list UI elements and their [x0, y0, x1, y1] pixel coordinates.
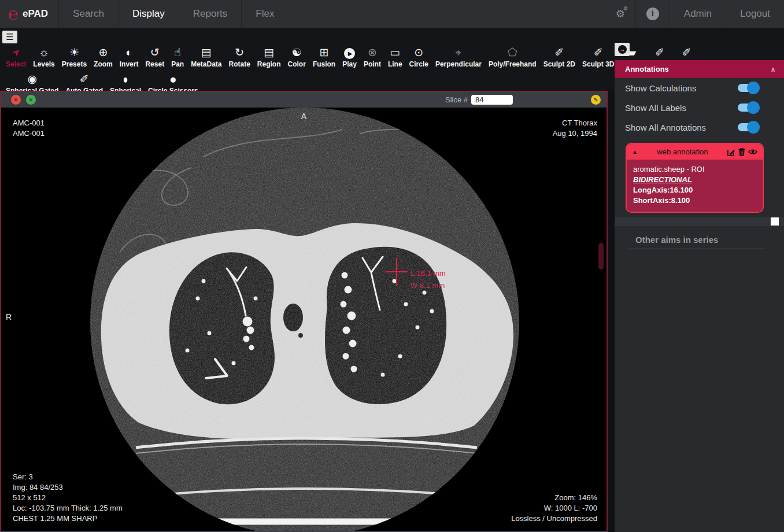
panel-collapse-button[interactable]: → [615, 43, 630, 56]
tool-line[interactable]: ▭Line [384, 45, 406, 68]
spherical-icon: ● [123, 69, 128, 88]
line-ruler-icon: ▭ [390, 45, 400, 59]
orientation-marker-right: R [6, 312, 12, 322]
long-axis-label: L 16.1 mm [411, 269, 446, 278]
tool-select[interactable]: ➤Select [2, 45, 29, 68]
other-aims-title: Other aims in series [635, 235, 784, 245]
tool-play[interactable]: ▶Play [339, 48, 360, 68]
show-all-labels-label: Show All Labels [625, 103, 686, 113]
tool-point[interactable]: ⊗Point [360, 45, 384, 68]
epad-logo-icon: ℮ [8, 5, 19, 23]
play-icon: ▶ [344, 48, 355, 59]
collapse-triangle-icon: ▲ [632, 149, 638, 155]
show-calculations-label: Show Calculations [625, 83, 696, 93]
tool-pan[interactable]: ☝Pan [168, 45, 187, 68]
patient-info-overlay: AMC-001 AMC-001 [13, 118, 45, 139]
annotation-owner: aromatic.sheep - ROI [633, 164, 756, 175]
circle-scissors-icon: ● [169, 72, 177, 86]
close-viewport-button[interactable]: ✕ [11, 95, 21, 105]
tool-reset[interactable]: ↺Reset [142, 45, 168, 68]
pan-hand-icon: ☝ [174, 45, 181, 59]
series-description: CHEST 1.25 MM SHARP [13, 513, 123, 524]
auto-gated-brush-icon: ✐ [80, 72, 89, 86]
nav-spacer [288, 0, 604, 28]
scrollbar-thumb[interactable] [771, 217, 779, 226]
slice-scrollbar-thumb[interactable] [598, 243, 604, 269]
annotation-card-header[interactable]: ▲ web annotation [627, 144, 763, 160]
image-matrix: 512 x 512 [13, 493, 123, 503]
levels-sun-icon: ☼ [39, 45, 49, 59]
edit-annotation-icon[interactable] [727, 148, 735, 156]
tool-zoom[interactable]: ⊕Zoom [90, 45, 116, 68]
visibility-eye-icon[interactable] [748, 149, 757, 155]
expand-viewport-button[interactable]: ✕ [26, 95, 36, 105]
annotate-edit-button[interactable]: ✎ [591, 95, 601, 105]
brand-name: ePAD [23, 8, 48, 20]
zoom-magnifier-icon: ⊕ [98, 45, 108, 59]
nav-item-logout[interactable]: Logout [726, 0, 784, 28]
perpendicular-icon: ⌖ [456, 45, 462, 59]
nav-item-admin[interactable]: Admin [670, 0, 726, 28]
circle-icon: ⊙ [414, 45, 423, 59]
annotations-section-header[interactable]: Annotations ∧ [615, 60, 784, 78]
toolbar-row-1: ➤Select ☼Levels ☀Presets ⊕Zoom ◐Invert ↺… [2, 45, 700, 68]
annotations-title: Annotations [625, 65, 669, 73]
tool-sculpt-2d[interactable]: ✐Sculpt 2D [540, 45, 579, 68]
study-info-overlay: CT Thorax Aug 10, 1994 [553, 118, 597, 139]
tool-region[interactable]: ▤Region [254, 45, 284, 68]
select-cursor-icon: ➤ [8, 44, 24, 60]
info-icon: i [646, 8, 659, 20]
tool-perpendicular[interactable]: ⌖Perpendicular [432, 45, 485, 68]
delete-annotation-icon[interactable] [738, 148, 745, 156]
ct-axial-slice: L 16.1 mm W 8.1 mm [1, 108, 607, 531]
info-button[interactable]: i [635, 0, 670, 28]
annotation-type: BIDIRECTIONAL [633, 175, 756, 185]
toggle-row-show-all-annotations: Show All Annotations [615, 117, 784, 137]
tool-poly-freehand[interactable]: ⬠Poly/Freehand [485, 45, 540, 68]
nav-item-search[interactable]: Search [58, 0, 118, 28]
nav-item-reports[interactable]: Reports [179, 0, 242, 28]
ct-image-canvas[interactable]: L 16.1 mm W 8.1 mm A R AMC-001 AMC-001 C… [1, 108, 607, 531]
reset-icon: ↺ [150, 45, 160, 59]
show-all-annotations-label: Show All Annotations [625, 123, 706, 132]
hamburger-icon: ☰ [6, 32, 13, 42]
epad-brand[interactable]: ℮ ePAD [0, 0, 58, 28]
pencil-icon: ✎ [593, 97, 598, 103]
nav-item-display[interactable]: Display [118, 0, 179, 28]
tool-invert[interactable]: ◐Invert [116, 45, 142, 68]
toggle-knob [747, 121, 760, 134]
study-description: CT Thorax [553, 118, 597, 128]
point-crosshair-icon: ⊗ [368, 45, 377, 59]
image-number: Img: 84 84/253 [13, 482, 123, 493]
slice-number-input[interactable] [471, 95, 513, 105]
annotation-short-axis: ShortAxis:8.100 [633, 195, 756, 206]
tool-rotate[interactable]: ↻Rotate [225, 45, 254, 68]
sculpt-2d-brush-icon: ✐ [554, 45, 564, 59]
tool-sculpt-3d[interactable]: ✐Sculpt 3D [579, 45, 617, 68]
tool-presets[interactable]: ☀Presets [58, 45, 90, 68]
tool-circle[interactable]: ⊙Circle [406, 45, 432, 68]
settings-button[interactable]: ⚙⚙ [605, 0, 635, 28]
show-all-annotations-toggle[interactable] [738, 123, 757, 131]
show-all-labels-toggle[interactable] [738, 104, 757, 112]
invert-icon: ◐ [125, 45, 132, 59]
top-nav: ℮ ePAD Search Display Reports Flex ⚙⚙ i … [0, 0, 784, 28]
compression-status: Lossless / Uncompressed [511, 513, 597, 524]
tool-fusion[interactable]: ⊞Fusion [309, 45, 339, 68]
slice-number-label: Slice # [445, 95, 468, 104]
annotation-list-scrollbar [615, 217, 784, 226]
rotate-icon: ↻ [235, 45, 244, 59]
show-calculations-toggle[interactable] [738, 84, 757, 92]
presets-icon: ☀ [69, 45, 79, 59]
arrow-right-icon: → [618, 45, 627, 54]
toolbar-menu-button[interactable]: ☰ [2, 31, 17, 43]
annotation-long-axis: LongAxis:16.100 [633, 185, 756, 195]
nav-item-flex[interactable]: Flex [241, 0, 288, 28]
tool-color[interactable]: ☯Color [284, 45, 309, 68]
close-icon: ✕ [13, 97, 18, 103]
viewport-header: ✕ ✕ Slice # ✎ [1, 92, 607, 108]
tool-levels[interactable]: ☼Levels [29, 45, 58, 68]
short-axis-label: W 8.1 mm [411, 281, 445, 290]
tool-metadata[interactable]: ▤MetaData [187, 45, 225, 68]
patient-name: AMC-001 [13, 128, 45, 139]
